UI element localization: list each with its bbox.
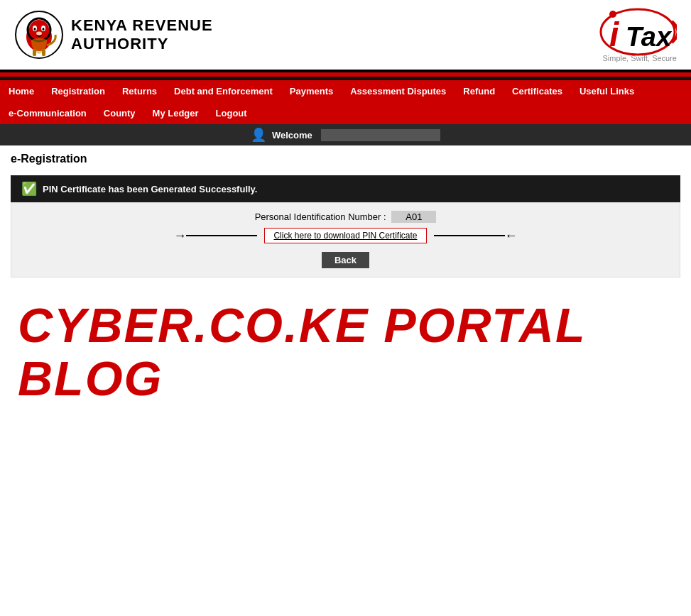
itax-brand-svg: i Tax	[599, 7, 677, 57]
success-bar: ✅ PIN Certificate has been Generated Suc…	[11, 175, 680, 202]
svg-text:i: i	[609, 16, 620, 53]
content-area: e-Registration ✅ PIN Certificate has bee…	[0, 145, 691, 434]
pin-label: Personal Identification Number :	[255, 211, 386, 222]
success-message: PIN Certificate has been Generated Succe…	[43, 184, 258, 194]
download-row: → Click here to download PIN Certificate…	[22, 228, 669, 243]
nav-useful-links[interactable]: Useful Links	[571, 80, 643, 102]
nav-debt[interactable]: Debt and Enforcement	[165, 80, 281, 102]
header: Kenya Revenue Authority i Tax	[0, 0, 691, 72]
nav-certificates[interactable]: Certificates	[504, 80, 571, 102]
arrow-left-icon: ←	[505, 229, 518, 243]
nav-logout[interactable]: Logout	[207, 102, 256, 124]
nav-row-1: Home Registration Returns Debt and Enfor…	[0, 80, 691, 102]
nav-row-2: e-Communication County My Ledger Logout	[0, 102, 691, 124]
nav-refund[interactable]: Refund	[455, 80, 504, 102]
watermark-area: CYBER.CO.KE PORTAL BLOG	[11, 277, 680, 427]
success-icon: ✅	[21, 181, 37, 197]
left-arrow: →	[175, 229, 257, 243]
kra-logo-area: Kenya Revenue Authority	[14, 10, 213, 60]
nav-my-ledger[interactable]: My Ledger	[144, 102, 207, 124]
svg-point-6	[34, 28, 36, 31]
user-name-display	[321, 129, 440, 141]
itax-logo: i Tax Simple, Swift, Secure	[599, 7, 677, 62]
nav-ecommunication[interactable]: e-Communication	[0, 102, 95, 124]
nav-home[interactable]: Home	[0, 80, 43, 102]
svg-text:Tax: Tax	[626, 22, 673, 52]
arrow-right-icon: →	[173, 229, 186, 243]
svg-point-7	[43, 28, 45, 31]
nav-payments[interactable]: Payments	[281, 80, 342, 102]
download-pin-link[interactable]: Click here to download PIN Certificate	[264, 228, 426, 243]
kra-name-line2: Authority	[71, 35, 213, 53]
pin-value: A01	[391, 211, 436, 223]
svg-rect-10	[42, 49, 45, 56]
nav-returns[interactable]: Returns	[114, 80, 165, 102]
right-arrow: ←	[434, 229, 516, 243]
watermark-text: CYBER.CO.KE PORTAL BLOG	[18, 299, 673, 405]
info-section: Personal Identification Number : A01 → C…	[11, 202, 680, 277]
user-icon: 👤	[251, 127, 266, 143]
back-btn-row: Back	[22, 252, 669, 268]
nav-assessment[interactable]: Assessment Disputes	[342, 80, 455, 102]
kra-name: Kenya Revenue	[71, 16, 213, 35]
nav-county[interactable]: County	[95, 102, 144, 124]
svg-rect-9	[33, 49, 36, 56]
svg-point-8	[36, 32, 42, 35]
nav-registration[interactable]: Registration	[43, 80, 114, 102]
back-button[interactable]: Back	[322, 252, 369, 268]
welcome-label: Welcome	[272, 130, 312, 141]
pin-row: Personal Identification Number : A01	[22, 211, 669, 222]
kra-lion-icon	[14, 10, 64, 60]
kra-text: Kenya Revenue Authority	[71, 16, 213, 54]
welcome-bar: 👤 Welcome	[0, 124, 691, 145]
page-title: e-Registration	[11, 153, 680, 168]
